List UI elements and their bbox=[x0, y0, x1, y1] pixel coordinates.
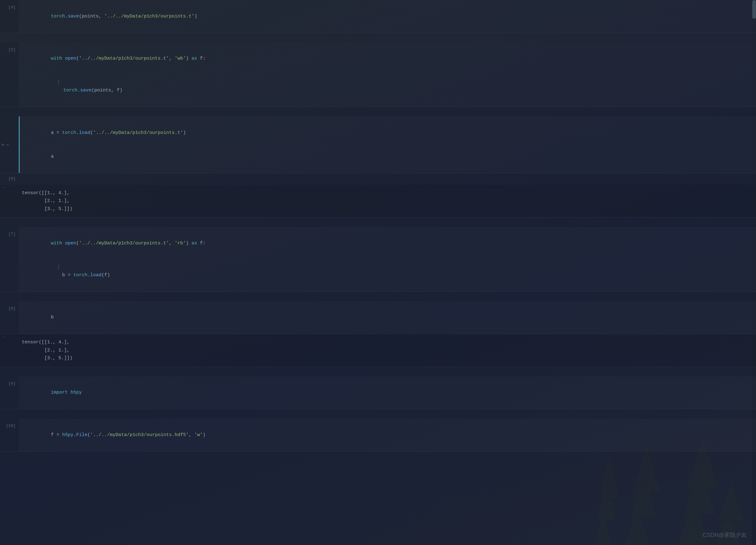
cell-6-out-2: [2., 1.], bbox=[22, 197, 750, 205]
cell-7-content[interactable]: with open('../../myData/p1ch3/ourpoints.… bbox=[19, 227, 756, 291]
cell-6-output-margin: ·· bbox=[0, 185, 19, 218]
token: torch bbox=[51, 14, 65, 19]
cell-6-active-number bbox=[0, 117, 19, 123]
watermark: CSDN@雾隐夕岚 bbox=[703, 531, 747, 539]
spacer-8 bbox=[0, 367, 756, 376]
run-indicator: > ~ bbox=[0, 142, 9, 147]
cell-4-content[interactable]: torch.save(points, '../../myData/p1ch3/o… bbox=[19, 0, 756, 33]
cell-6-out-3: [3., 5.]]) bbox=[22, 205, 750, 213]
cell-5-number: [5] bbox=[0, 42, 19, 56]
cell-6-output-content: tensor([[1., 4.], [2., 1.], [3., 5.]]) bbox=[19, 185, 756, 218]
cell-container: [4] torch.save(points, '../../myData/p1c… bbox=[0, 0, 756, 452]
cell-8-content[interactable]: b bbox=[19, 301, 756, 334]
cell-10-content[interactable]: f = h5py.File('../../myData/p1ch3/ourpoi… bbox=[19, 419, 756, 451]
cell-6-out-1: tensor([[1., 4.], bbox=[22, 189, 750, 197]
svg-marker-2 bbox=[600, 458, 619, 498]
cell-8-out-2: [2., 1.], bbox=[22, 346, 750, 354]
notebook: [4] torch.save(points, '../../myData/p1c… bbox=[0, 0, 756, 545]
cell-6-output: ·· tensor([[1., 4.], [2., 1.], [3., 5.]]… bbox=[0, 185, 756, 218]
cell-10-number: [10] bbox=[0, 419, 19, 432]
cell-4-number: [4] bbox=[0, 0, 19, 13]
cell-10-line-1: f = h5py.File('../../myData/p1ch3/ourpoi… bbox=[23, 423, 750, 447]
cell-4-line-1: torch.save(points, '../../myData/p1ch3/o… bbox=[23, 4, 750, 28]
cell-9: [9] import h5py bbox=[0, 376, 756, 409]
cell-8-number: [8] bbox=[0, 301, 19, 314]
svg-marker-10 bbox=[719, 483, 744, 520]
svg-marker-9 bbox=[715, 514, 740, 545]
svg-marker-0 bbox=[594, 514, 612, 545]
cell-5-line-2: | torch.save(points, f) bbox=[23, 71, 750, 102]
cell-7-line-2: | b = torch.load(f) bbox=[23, 255, 750, 287]
spacer-5 bbox=[0, 107, 756, 117]
cell-5-line-1: with open('../../myData/p1ch3/ourpoints.… bbox=[23, 47, 750, 71]
cell-5: [5] with open('../../myData/p1ch3/ourpoi… bbox=[0, 42, 756, 107]
cell-6-line-2: a bbox=[23, 145, 750, 169]
cell-8-output: ·· tensor([[1., 4.], [2., 1.], [3., 5.]]… bbox=[0, 334, 756, 367]
cell-8: [8] b bbox=[0, 301, 756, 334]
cell-6-active-content[interactable]: a = torch.load('../../myData/p1ch3/ourpo… bbox=[19, 117, 756, 173]
cell-7-number: [7] bbox=[0, 227, 19, 240]
cell-8-line-1: b bbox=[23, 305, 750, 329]
cell-5-content[interactable]: with open('../../myData/p1ch3/ourpoints.… bbox=[19, 42, 756, 107]
spacer-4 bbox=[0, 33, 756, 42]
cell-6-label-row: [6] bbox=[0, 173, 756, 185]
svg-marker-4 bbox=[631, 470, 656, 517]
cell-10: [10] f = h5py.File('../../myData/p1ch3/o… bbox=[0, 419, 756, 452]
spacer-9 bbox=[0, 409, 756, 419]
cell-9-line-1: import h5py bbox=[23, 381, 750, 405]
cell-8-output-content: tensor([[1., 4.], [2., 1.], [3., 5.]]) bbox=[19, 334, 756, 367]
cell-6-label: [6] bbox=[0, 175, 19, 184]
cell-4: [4] torch.save(points, '../../myData/p1c… bbox=[0, 0, 756, 33]
svg-marker-3 bbox=[625, 508, 650, 545]
cell-7-line-1: with open('../../myData/p1ch3/ourpoints.… bbox=[23, 231, 750, 255]
spacer-7 bbox=[0, 292, 756, 301]
svg-marker-5 bbox=[634, 445, 659, 492]
cell-8-output-margin: ·· bbox=[0, 334, 19, 367]
svg-marker-1 bbox=[597, 483, 615, 520]
cell-8-out-3: [3., 5.]]) bbox=[22, 354, 750, 362]
cell-8-out-1: tensor([[1., 4.], bbox=[22, 338, 750, 346]
cell-6-active: > ~ a = torch.load('../../myData/p1ch3/o… bbox=[0, 117, 756, 173]
svg-marker-7 bbox=[684, 464, 715, 514]
cell-6-line-1: a = torch.load('../../myData/p1ch3/ourpo… bbox=[23, 121, 750, 145]
cell-9-content[interactable]: import h5py bbox=[19, 376, 756, 409]
cell-9-number: [9] bbox=[0, 376, 19, 390]
spacer-6 bbox=[0, 218, 756, 227]
cell-7: [7] with open('../../myData/p1ch3/ourpoi… bbox=[0, 227, 756, 292]
